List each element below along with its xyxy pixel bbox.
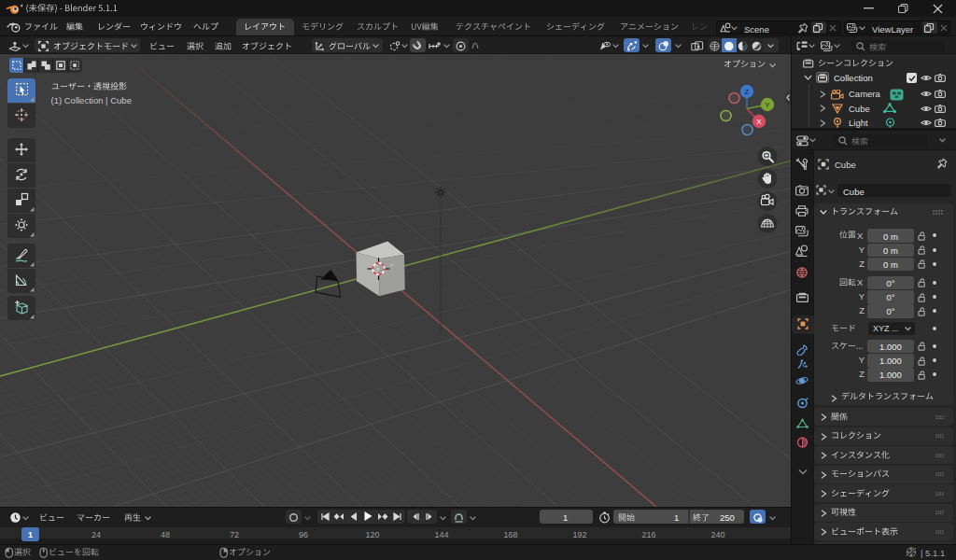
svg-text:X: X [756, 118, 762, 126]
svg-text:Y: Y [765, 101, 770, 109]
svg-text:Z: Z [745, 88, 750, 96]
